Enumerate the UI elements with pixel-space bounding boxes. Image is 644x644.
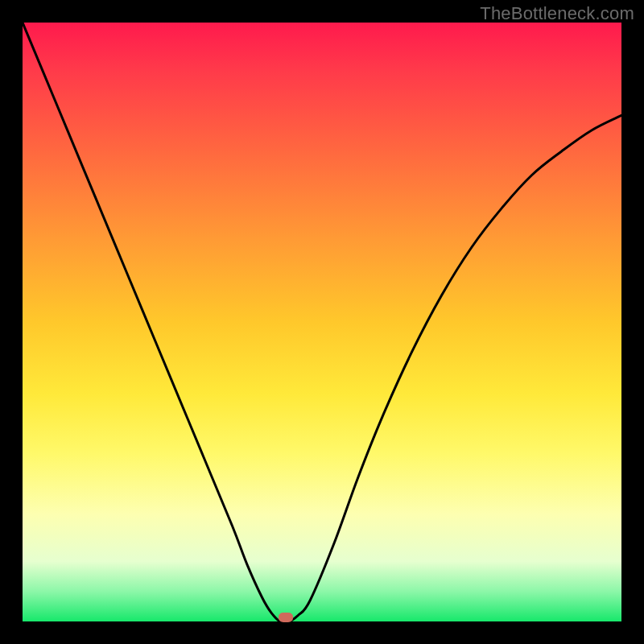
minimum-marker <box>279 613 293 622</box>
watermark-text: TheBottleneck.com <box>480 3 634 24</box>
bottleneck-curve <box>23 23 621 621</box>
chart-frame: TheBottleneck.com <box>0 0 644 644</box>
plot-area <box>23 23 621 621</box>
